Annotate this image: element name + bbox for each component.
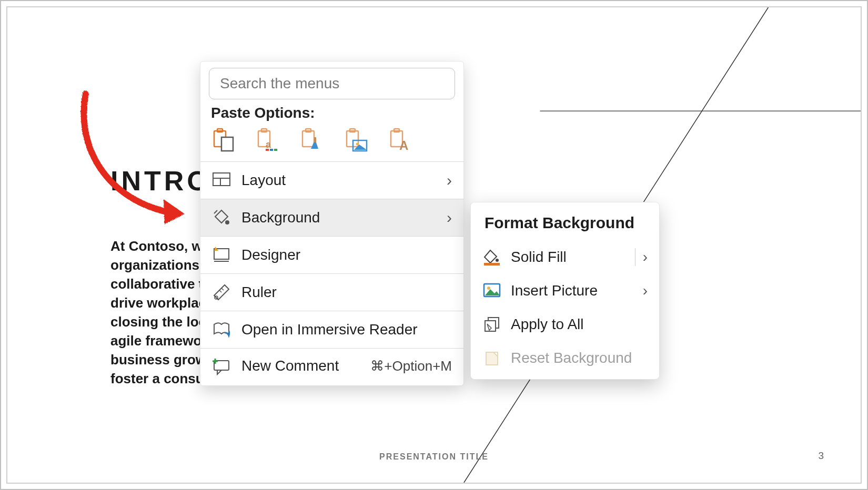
split-divider — [635, 248, 635, 266]
menu-item-label: Layout — [241, 172, 447, 189]
svg-point-36 — [487, 287, 490, 290]
menu-item-label: New Comment — [241, 358, 370, 374]
submenu-item-label: Reset Background — [511, 350, 648, 366]
submenu-item-insert-picture[interactable]: Insert Picture › — [471, 274, 659, 308]
paste-icon-destination-theme[interactable]: a — [255, 128, 280, 153]
submenu-item-label: Apply to All — [511, 316, 648, 333]
menu-item-layout[interactable]: Layout › — [200, 162, 463, 199]
background-icon — [212, 208, 231, 227]
paste-icon-keep-source[interactable] — [211, 128, 236, 153]
paste-icon-picture[interactable] — [299, 128, 325, 153]
footer-presentation-title: PRESENTATION TITLE — [7, 452, 861, 462]
menu-item-label: Ruler — [241, 284, 452, 301]
submenu-title: Format Background — [471, 211, 659, 240]
menu-search-wrap — [209, 68, 455, 99]
menu-search-input[interactable] — [209, 68, 455, 99]
svg-rect-8 — [266, 149, 269, 151]
paste-options-row: a A — [208, 128, 456, 161]
svg-rect-21 — [213, 173, 230, 186]
picture-icon — [482, 281, 501, 300]
svg-point-24 — [225, 220, 229, 224]
svg-rect-11 — [302, 131, 314, 147]
submenu-item-solid-fill[interactable]: Solid Fill › — [471, 240, 659, 274]
svg-rect-9 — [270, 149, 273, 151]
svg-text:a: a — [266, 139, 271, 150]
new-comment-icon — [212, 356, 231, 375]
svg-rect-34 — [484, 263, 500, 266]
paste-icon-text-only[interactable]: A — [388, 128, 413, 153]
ruler-icon — [212, 283, 231, 302]
footer-page-number: 3 — [818, 450, 824, 462]
chevron-right-icon: › — [643, 282, 648, 299]
immersive-reader-icon — [212, 320, 231, 339]
svg-line-29 — [221, 288, 224, 290]
svg-point-17 — [356, 143, 359, 146]
svg-rect-30 — [214, 361, 229, 370]
menu-item-ruler[interactable]: Ruler — [200, 274, 463, 311]
menu-item-new-comment[interactable]: New Comment ⌘+Option+M — [200, 349, 463, 385]
apply-all-icon — [482, 315, 501, 334]
menu-item-immersive-reader[interactable]: Open in Immersive Reader — [200, 311, 463, 348]
context-menu: Paste Options: a A Layout › — [200, 61, 464, 386]
submenu-item-label: Insert Picture — [511, 282, 643, 299]
chevron-right-icon: › — [447, 171, 452, 189]
reset-background-icon — [482, 349, 501, 368]
submenu-item-apply-to-all[interactable]: Apply to All — [471, 308, 659, 341]
format-background-submenu: Format Background Solid Fill › Insert Pi… — [470, 202, 660, 380]
submenu-item-reset-background: Reset Background — [471, 341, 659, 375]
svg-rect-10 — [274, 149, 277, 151]
svg-rect-13 — [314, 137, 316, 142]
layout-icon — [212, 171, 231, 190]
paste-icon-image[interactable] — [344, 128, 369, 153]
menu-item-background[interactable]: Background › — [200, 199, 463, 236]
annotation-arrow — [69, 88, 196, 225]
chevron-right-icon: › — [447, 209, 452, 227]
menu-item-label: Background — [241, 209, 447, 226]
menu-item-designer[interactable]: Designer — [200, 237, 463, 273]
svg-line-28 — [219, 290, 221, 292]
svg-rect-4 — [221, 137, 233, 151]
chevron-right-icon: › — [643, 249, 648, 266]
app-frame: INTRODUCTION At Contoso, we empower orga… — [0, 0, 868, 490]
menu-item-label: Open in Immersive Reader — [241, 321, 452, 338]
paint-bucket-icon — [482, 248, 501, 267]
menu-shortcut: ⌘+Option+M — [370, 358, 452, 374]
svg-point-33 — [496, 259, 499, 262]
designer-icon — [212, 246, 231, 264]
menu-item-label: Designer — [241, 247, 452, 263]
paste-options-label: Paste Options: — [211, 105, 453, 121]
svg-text:A: A — [399, 138, 408, 152]
submenu-item-label: Solid Fill — [511, 249, 628, 266]
